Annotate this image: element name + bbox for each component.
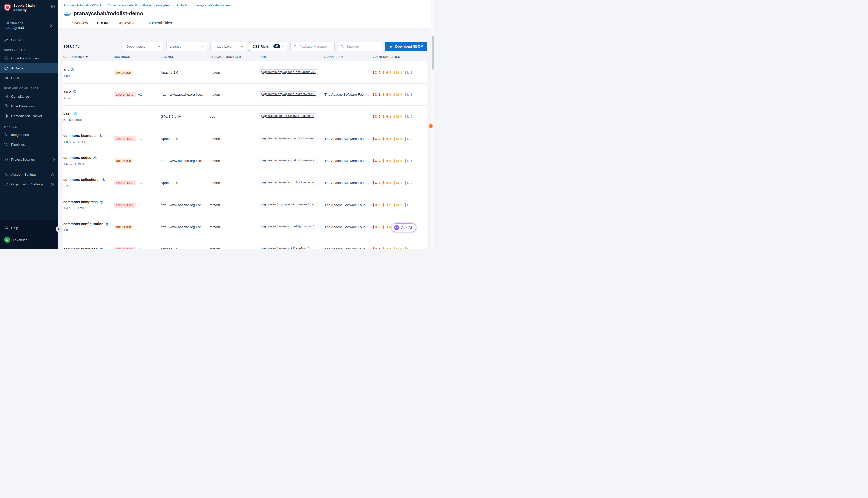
avatar: L (4, 237, 10, 243)
more-risks-link[interactable]: +1 (138, 203, 142, 207)
purl-chip[interactable]: pkg:maven/commons-fileupload/… (259, 246, 313, 249)
supplier-input[interactable] (346, 44, 379, 49)
more-risks-link[interactable]: +1 (138, 247, 142, 249)
filter-license[interactable]: License (166, 42, 207, 51)
tab-deployments[interactable]: Deployments (118, 21, 140, 28)
tab-bar: OverviewSBOMDeploymentsVulnerabilities (63, 21, 427, 28)
dependency-version: 1.6.5 (63, 74, 111, 78)
person-icon (4, 172, 8, 177)
purl-chip[interactable]: pkg:maven/org.apache.commons/com… (259, 202, 318, 207)
purl-chip[interactable]: pkg:maven/commons-configuration/… (259, 224, 318, 230)
sidebar-item-help[interactable]: Help (0, 223, 58, 233)
table-row-avro[interactable]: avro1.7.7END OF LIFE+1http---www.apache.… (63, 83, 427, 106)
table-row-bash[interactable]: bash5.1-6ubuntu1-GPL-3.0-onlydebpkg:deb/… (63, 106, 427, 128)
oss-risk-badge: END OF LIFE (114, 136, 135, 141)
severity-h: H0 (383, 247, 391, 249)
vulnerability-counts: C0H2M0L0 (373, 137, 427, 141)
sbom-content: Total: 73 DependencyLicenseImage LayerOS… (58, 28, 434, 249)
layers-icon (99, 134, 102, 137)
sidebar-item-remediation-tracker[interactable]: Remediation Tracker (0, 111, 58, 121)
more-risks-link[interactable]: +1 (138, 93, 142, 96)
table-row-commons-configuration[interactable]: commons-configuration1.6OUTDATEDhttp---w… (63, 216, 427, 238)
people-icon (4, 182, 8, 186)
sidebar-section-supply-chain: SUPPLY CHAIN (0, 45, 58, 53)
tab-vulnerabilities[interactable]: Vulnerabilities (148, 21, 172, 28)
severity-m: M0 (394, 137, 402, 141)
package-manager-search[interactable] (290, 42, 335, 51)
repository-icon (4, 56, 8, 61)
package-manager: maven (210, 159, 259, 163)
docker-icon (63, 11, 71, 16)
supplier: The Apache Software Foun… (324, 203, 373, 207)
purl-chip[interactable]: pkg:maven/commons-beanutils/comm… (259, 135, 318, 141)
page-header: Account: Automation-SSCA>Organization: d… (58, 0, 434, 28)
purl-chip[interactable]: pkg:maven/commons-collections/co… (259, 180, 318, 185)
breadcrumb-link-2[interactable]: Project: pranay-test (143, 3, 170, 7)
breadcrumb-link-4[interactable]: pranaycshah/todolist-demo (194, 3, 232, 7)
table-row-commons-beanutils[interactable]: commons-beanutils1.8.3→1.11.0END OF LIFE… (63, 128, 427, 150)
sidebar-item-integrations[interactable]: Integrations (0, 130, 58, 140)
filter-image-layer[interactable]: Image Layer (210, 42, 246, 51)
dependency-name: commons-fileupload (63, 247, 111, 249)
package-manager-input[interactable] (299, 44, 332, 49)
sidebar-item-account-settings[interactable]: Account Settings (0, 170, 58, 180)
layers-icon (100, 200, 103, 204)
sidebar-item-project-settings[interactable]: Project Settings (0, 155, 58, 165)
table-row-ant[interactable]: ant1.6.5OUTDATEDApache-2.0mavenpkg:maven… (63, 62, 427, 83)
license: GPL-3.0-only (161, 115, 210, 118)
filter-dependency[interactable]: Dependency (123, 42, 163, 51)
purl-chip[interactable]: pkg:maven/org.apache.avro/avro@1… (259, 91, 318, 97)
sort-icon (341, 56, 343, 58)
oss-risk-badge: OUTDATED (114, 70, 133, 75)
info-icon (51, 183, 54, 186)
sidebar-item-rule-definitions[interactable]: Rule Definitions (0, 101, 58, 111)
layers-icon (102, 178, 105, 182)
column-header-dependency[interactable]: DEPENDENCY (63, 55, 114, 58)
column-header-supplier[interactable]: SUPPLIER (324, 55, 373, 58)
table-row-commons-fileupload[interactable]: commons-fileuploadEND OF LIFE+1Apache-2.… (63, 238, 427, 249)
severity-m: M0 (394, 115, 402, 118)
column-header-oss-risks: OSS RISKS (114, 55, 161, 58)
breadcrumb-link-1[interactable]: Organization: default (108, 3, 137, 7)
table-row-commons-compress[interactable]: commons-compress1.4.1→1.28.0END OF LIFE+… (63, 194, 427, 216)
supplier-search[interactable] (338, 42, 382, 51)
severity-l: L1 (405, 93, 412, 96)
brand-title: Supply ChainSecurity (13, 3, 35, 12)
table-row-commons-collections[interactable]: commons-collections3.2.1END OF LIFE+1Apa… (63, 172, 427, 194)
license: http---www.apache.org-lice… (161, 93, 210, 96)
sidebar-item-organization-settings[interactable]: Organization Settings (0, 180, 58, 189)
breadcrumb-link-0[interactable]: Account: Automation-SSCA (63, 3, 102, 7)
tab-sbom[interactable]: SBOM (97, 21, 108, 28)
severity-h: H0 (383, 159, 391, 163)
ask-ai-button[interactable]: Ask AI (391, 223, 416, 232)
main-area: Account: Automation-SSCA>Organization: d… (58, 0, 434, 249)
sidebar-item-cicd[interactable]: CI/CD (0, 73, 58, 83)
sidebar-section-risk-compliance: RISK AND COMPLIANCE (0, 83, 58, 92)
sidebar-item-code-repositories[interactable]: Code Repositories (0, 53, 58, 63)
chevron-left-icon (57, 228, 60, 230)
purl-chip[interactable]: pkg:maven/org.apache.ant/ant@1.6… (259, 69, 318, 75)
download-sbom-button[interactable]: Download SBOM (385, 42, 427, 51)
notification-dot[interactable] (429, 124, 433, 128)
filter-oss-risks[interactable]: OSS Risks01 (249, 42, 287, 51)
apps-grid-icon[interactable] (51, 4, 55, 8)
more-risks-link[interactable]: +1 (138, 181, 142, 185)
chevron-down-icon (241, 45, 243, 48)
project-selector[interactable]: PROJECT pranay-test (3, 19, 55, 32)
package-manager: maven (210, 93, 259, 96)
more-risks-link[interactable]: +1 (138, 137, 142, 141)
dependency-name: ant (63, 67, 111, 71)
oss-risk-badge: END OF LIFE (114, 247, 135, 249)
sidebar-collapse-handle[interactable] (55, 226, 61, 232)
scrollbar-thumb[interactable] (432, 36, 434, 69)
user-menu[interactable]: L Lavakush (0, 234, 58, 246)
purl-chip[interactable]: pkg:maven/commons-codec/commons-… (259, 158, 318, 163)
purl-chip[interactable]: pkg:deb/ubuntu/bash@5.1-6ubuntu1 (259, 114, 316, 119)
breadcrumb-link-3[interactable]: Artifacts (176, 3, 187, 7)
sidebar-item-get-started[interactable]: Get Started (0, 35, 58, 45)
sidebar-item-artifacts[interactable]: Artifacts (0, 63, 58, 73)
tab-overview[interactable]: Overview (72, 21, 88, 28)
sidebar-item-pipelines[interactable]: Pipelines (0, 140, 58, 149)
table-row-commons-codec[interactable]: commons-codec1.6→1.19.0OUTDATEDhttp---ww… (63, 150, 427, 172)
sidebar-item-compliance[interactable]: Compliance (0, 92, 58, 101)
